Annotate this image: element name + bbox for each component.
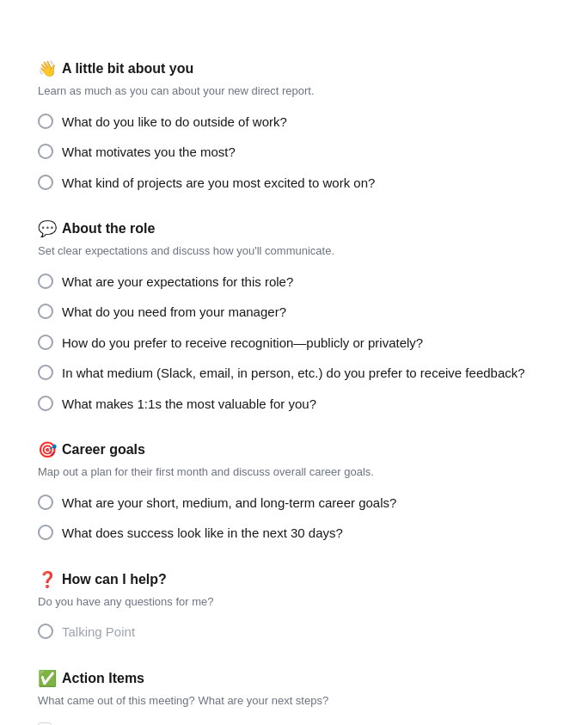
section-desc-about-role: Set clear expectations and discuss how y… bbox=[38, 243, 550, 260]
section-header-about-role: 💬About the role bbox=[38, 218, 550, 239]
radio-circle-icon[interactable] bbox=[38, 495, 53, 510]
section-desc-career-goals: Map out a plan for their first month and… bbox=[38, 464, 550, 481]
checklist-item[interactable]: What kind of projects are you most excit… bbox=[38, 169, 550, 200]
section-header-how-help: ❓How can I help? bbox=[38, 569, 550, 590]
checklist-item[interactable]: Action item bbox=[38, 717, 550, 725]
radio-circle-icon[interactable] bbox=[38, 273, 53, 289]
item-text: What makes 1:1s the most valuable for yo… bbox=[62, 395, 316, 415]
radio-circle-icon[interactable] bbox=[38, 624, 53, 639]
section-about-you: 👋A little bit about youLearn as much as … bbox=[38, 58, 550, 200]
section-emoji-how-help: ❓ bbox=[38, 572, 57, 587]
section-desc-how-help: Do you have any questions for me? bbox=[38, 593, 550, 611]
item-text: What are your expectations for this role… bbox=[62, 273, 293, 292]
section-action-items: ✅Action ItemsWhat came out of this meeti… bbox=[38, 668, 550, 726]
checklist-item[interactable]: What does success look like in the next … bbox=[38, 519, 550, 550]
section-desc-about-you: Learn as much as you can about your new … bbox=[38, 83, 550, 100]
section-emoji-about-you: 👋 bbox=[38, 61, 57, 77]
section-title-action-items: Action Items bbox=[62, 668, 144, 689]
section-emoji-action-items: ✅ bbox=[38, 671, 57, 686]
section-title-about-role: About the role bbox=[62, 218, 155, 239]
section-emoji-about-role: 💬 bbox=[38, 221, 57, 237]
section-about-role: 💬About the roleSet clear expectations an… bbox=[38, 218, 550, 421]
section-how-help: ❓How can I help?Do you have any question… bbox=[38, 569, 550, 649]
section-career-goals: 🎯Career goalsMap out a plan for their fi… bbox=[38, 439, 550, 550]
item-text: What motivates you the most? bbox=[62, 143, 236, 163]
radio-circle-icon[interactable] bbox=[38, 525, 53, 540]
checklist-item[interactable]: Talking Point bbox=[38, 618, 550, 649]
item-text: Talking Point bbox=[62, 623, 135, 642]
item-text: What does success look like in the next … bbox=[62, 524, 343, 544]
section-desc-action-items: What came out of this meeting? What are … bbox=[38, 692, 550, 710]
checklist-item[interactable]: In what medium (Slack, email, in person,… bbox=[38, 359, 550, 390]
radio-circle-icon[interactable] bbox=[38, 144, 53, 159]
item-text: Action item bbox=[60, 722, 124, 725]
radio-circle-icon[interactable] bbox=[38, 175, 53, 190]
checklist-item[interactable]: What are your short, medium, and long-te… bbox=[38, 489, 550, 520]
item-text: How do you prefer to receive recognition… bbox=[62, 334, 423, 353]
item-text: In what medium (Slack, email, in person,… bbox=[62, 364, 525, 384]
section-header-action-items: ✅Action Items bbox=[38, 668, 550, 689]
section-title-how-help: How can I help? bbox=[62, 569, 167, 590]
radio-circle-icon[interactable] bbox=[38, 335, 53, 350]
checklist-item[interactable]: What do you need from your manager? bbox=[38, 298, 550, 329]
radio-circle-icon[interactable] bbox=[38, 396, 53, 411]
item-text: What are your short, medium, and long-te… bbox=[62, 494, 396, 513]
checklist-item[interactable]: How do you prefer to receive recognition… bbox=[38, 329, 550, 360]
section-title-career-goals: Career goals bbox=[62, 439, 145, 460]
checklist-item[interactable]: What are your expectations for this role… bbox=[38, 268, 550, 299]
item-text: What kind of projects are you most excit… bbox=[62, 174, 375, 194]
section-title-about-you: A little bit about you bbox=[62, 58, 193, 79]
checklist-item[interactable]: What makes 1:1s the most valuable for yo… bbox=[38, 390, 550, 421]
section-header-career-goals: 🎯Career goals bbox=[38, 439, 550, 460]
radio-circle-icon[interactable] bbox=[38, 304, 53, 319]
checklist-item[interactable]: What do you like to do outside of work? bbox=[38, 108, 550, 139]
radio-circle-icon[interactable] bbox=[38, 365, 53, 380]
item-text: What do you like to do outside of work? bbox=[62, 113, 287, 132]
section-header-about-you: 👋A little bit about you bbox=[38, 58, 550, 79]
section-emoji-career-goals: 🎯 bbox=[38, 442, 57, 458]
item-text: What do you need from your manager? bbox=[62, 303, 286, 323]
checklist-item[interactable]: What motivates you the most? bbox=[38, 138, 550, 169]
radio-circle-icon[interactable] bbox=[38, 114, 53, 129]
